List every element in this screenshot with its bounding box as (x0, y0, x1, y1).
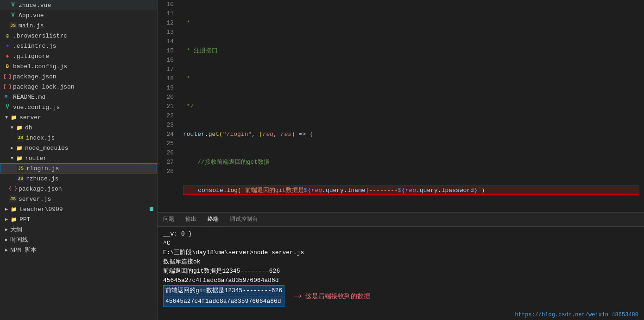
sidebar-item-router[interactable]: ▼ 📁 router (0, 153, 157, 163)
sidebar-item-label: vue.config.js (13, 104, 60, 111)
terminal-highlighted-section: 前端返回的git数据是12345--------626 45645a27c4f1… (163, 285, 638, 307)
sidebar-item-eslintrc[interactable]: ● .eslintrc.js (0, 41, 157, 51)
line-num-19: 19 (162, 83, 174, 93)
sidebar-item-label: .gitignore (13, 53, 49, 60)
sidebar-item-label: 时间线 (10, 236, 28, 244)
tab-problems[interactable]: 问题 (158, 212, 180, 226)
sidebar-item-vue-config[interactable]: V vue.config.js (0, 102, 157, 112)
chevron-down-icon: ▼ (4, 115, 9, 120)
code-line-15: //接收前端返回的get数据 (183, 158, 639, 167)
sidebar-item-node-modules[interactable]: ▶ 📁 node_modules (0, 143, 157, 153)
sidebar-item-browserslistrc[interactable]: ⊙ .browserslistrc (0, 31, 157, 41)
sidebar-item-label: db (25, 124, 32, 131)
editor-area: 10 11 12 13 14 15 16 17 18 19 20 21 22 2… (158, 0, 644, 212)
terminal-text: 前端返回的git数据是12345--------626 (163, 267, 280, 276)
terminal-highlighted-lines: 前端返回的git数据是12345--------626 45645a27c4f1… (163, 285, 284, 307)
sidebar-item-server-js[interactable]: JS server.js (0, 194, 157, 204)
terminal-text: 数据库连接ok (163, 257, 201, 267)
code-content[interactable]: * * 注册接口 * */ router.get("/login", (req,… (178, 0, 644, 212)
line-num-13: 13 (162, 28, 174, 37)
sidebar-item-babel-config[interactable]: B babel.config.js (0, 61, 157, 71)
sidebar-item-server[interactable]: ▼ 📁 server (0, 112, 157, 122)
sidebar-item-label: 大纲 (10, 225, 22, 234)
terminal-line-7: 前端返回的git数据是12345--------626 (163, 285, 284, 296)
terminal-line-4: 数据库连接ok (163, 257, 638, 267)
terminal-line-8: 45645a27c4f1adc8a7a835976064a86d (163, 296, 284, 307)
line-num-24: 24 (162, 130, 174, 139)
sidebar-item-label: package.json (13, 73, 57, 80)
line-numbers: 10 11 12 13 14 15 16 17 18 19 20 21 22 2… (158, 0, 178, 212)
terminal-line-3: E:\三阶段\day18\me\server>node server.js (163, 248, 638, 257)
sidebar-item-label: README.md (13, 94, 45, 101)
code-line-13: */ (183, 102, 639, 111)
sidebar-item-readme[interactable]: M↓ README.md (0, 92, 157, 102)
sidebar-item-gitignore[interactable]: ♦ .gitignore (0, 51, 157, 61)
sidebar-item-label: rzhuce.js (26, 175, 58, 182)
sidebar-item-label: index.js (26, 134, 55, 141)
bottom-bar: https://blog.csdn.net/weixin_48653480 (158, 310, 644, 320)
line-num-22: 22 (162, 111, 174, 121)
sidebar-item-server-package-json[interactable]: { } package.json (0, 184, 157, 194)
sidebar-item-ppt[interactable]: ▶ 📁 PPT (0, 214, 157, 224)
code-container: 10 11 12 13 14 15 16 17 18 19 20 21 22 2… (158, 0, 644, 212)
line-num-17: 17 (162, 65, 174, 74)
terminal-text: ^C (163, 239, 170, 248)
tab-terminal[interactable]: 终端 (202, 212, 224, 226)
sidebar-item-label: main.js (19, 22, 44, 29)
sidebar-item-label: PPT (19, 216, 30, 223)
vue-icon: V (9, 1, 17, 9)
terminal-line-6: 45645a27c4f1adc8a7a835976064a86d (163, 276, 638, 285)
sidebar-item-db[interactable]: ▼ 📁 db (0, 122, 157, 133)
sidebar-item-rzhuce-js[interactable]: JS rzhuce.js (0, 173, 157, 184)
terminal-text: 45645a27c4f1adc8a7a835976064a86d (163, 276, 279, 285)
sidebar-item-label: .eslintrc.js (13, 43, 57, 50)
sidebar: V zhuce.vue V App.vue JS main.js ⊙ .brow… (0, 0, 158, 320)
sidebar-item-rlogin-js[interactable]: JS rlogin.js (0, 163, 157, 173)
line-num-10: 10 (162, 0, 174, 9)
sidebar-item-outline[interactable]: ▶ 大纲 (0, 224, 157, 235)
sidebar-item-label: rlogin.js (26, 165, 59, 172)
sidebar-item-db-index-js[interactable]: JS index.js (0, 133, 157, 143)
annotation-text: 这是后端接收到的数据 (305, 292, 370, 301)
git-icon: ♦ (4, 52, 11, 60)
line-num-16: 16 (162, 56, 174, 65)
line-num-25: 25 (162, 139, 174, 148)
folder-icon: 📁 (10, 216, 18, 223)
line-num-20: 20 (162, 93, 174, 102)
terminal-text: E:\三阶段\day18\me\server>node server.js (163, 248, 304, 257)
sidebar-item-label: babel.config.js (13, 63, 67, 70)
chevron-right-icon: ▶ (9, 145, 15, 151)
sidebar-item-timeline[interactable]: ▶ 时间线 (0, 235, 157, 245)
code-line-12: * (183, 74, 639, 83)
sidebar-item-package-lock-json[interactable]: { } package-lock.json (0, 82, 157, 92)
sidebar-item-label: package-lock.json (13, 83, 75, 90)
line-num-18: 18 (162, 74, 174, 83)
chevron-down-icon: ▼ (9, 155, 15, 161)
sidebar-item-app-vue[interactable]: V App.vue (0, 10, 157, 20)
vue-icon: V (9, 12, 17, 19)
sidebar-item-teacher-0909[interactable]: ▶ 📁 teacher\0909 (0, 204, 157, 214)
line-num-26: 26 (162, 148, 174, 158)
line-num-23: 23 (162, 121, 174, 130)
tab-output[interactable]: 输出 (180, 212, 202, 226)
code-line-10: * (183, 19, 639, 28)
md-icon: M↓ (4, 93, 11, 101)
line-num-27: 27 (162, 158, 174, 167)
line-num-28: 28 (162, 167, 174, 176)
sidebar-item-zhuce-vue[interactable]: V zhuce.vue (0, 0, 157, 10)
folder-icon: 📁 (10, 205, 18, 213)
tab-debug-console[interactable]: 调试控制台 (224, 212, 263, 226)
json-icon: { } (9, 185, 17, 192)
terminal-line-5: 前端返回的git数据是12345--------626 (163, 267, 638, 276)
sidebar-item-main-js[interactable]: JS main.js (0, 20, 157, 31)
js-icon: JS (17, 134, 24, 141)
terminal-line-1: __v: 0 } (163, 230, 638, 239)
chevron-right-icon: ▶ (4, 237, 9, 243)
terminal-line-2: ^C (163, 239, 638, 248)
sidebar-item-package-json[interactable]: { } package.json (0, 71, 157, 82)
sidebar-item-label: zhuce.vue (19, 2, 51, 9)
badge-dot (150, 207, 153, 211)
terminal-content: __v: 0 } ^C E:\三阶段\day18\me\server>node … (158, 227, 644, 310)
folder-icon: 📁 (16, 144, 23, 152)
sidebar-item-npm[interactable]: ▶ NPM 脚本 (0, 245, 157, 255)
